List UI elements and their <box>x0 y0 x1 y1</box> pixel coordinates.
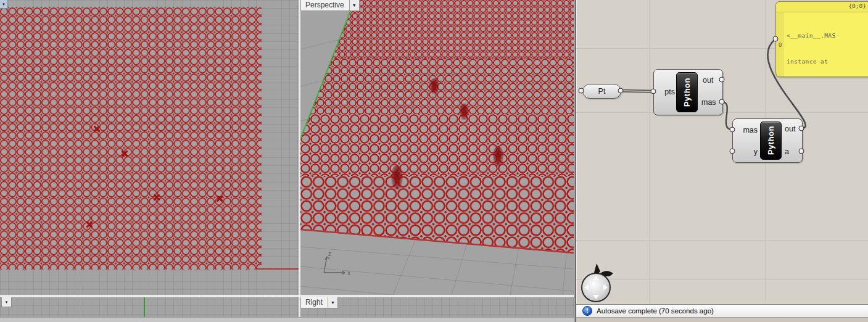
viewport-right-label[interactable]: Right <box>301 297 328 308</box>
panel-text: <__main__.MAS instance at 0x000000000000… <box>784 12 849 77</box>
point-marker <box>394 178 399 183</box>
panel-text-line: <__main__.MAS <box>787 31 847 40</box>
dropdown-arrow-icon[interactable]: ▼ <box>2 2 6 6</box>
param-input-grip[interactable] <box>579 88 584 94</box>
viewport-right-tab[interactable]: Right ▼ <box>300 297 338 308</box>
input-mas[interactable]: mas <box>737 126 758 134</box>
python-icon-block[interactable]: Python <box>676 72 698 112</box>
window-bottom-edge <box>576 317 868 322</box>
dropdown-arrow-icon[interactable]: ▼ <box>328 297 337 308</box>
viewport-perspective-label[interactable]: Perspective <box>301 0 349 10</box>
point-marker[interactable] <box>154 194 160 201</box>
panel-input-grip[interactable] <box>773 36 779 42</box>
canvas-compass-widget[interactable] <box>581 273 611 302</box>
gh-panel[interactable]: {0;0} 0 <__main__.MAS instance at 0x0000… <box>775 1 868 77</box>
panel-path-header: {0;0} <box>776 2 868 12</box>
viewport-perspective-tab[interactable]: Perspective ▼ <box>300 0 360 11</box>
point-cluster[interactable] <box>460 104 469 120</box>
component-output-grip[interactable] <box>799 126 804 131</box>
component-output-grip[interactable] <box>799 149 804 154</box>
point-marker <box>495 157 500 162</box>
wire-mas-to-mas <box>722 102 732 130</box>
param-output-grip[interactable] <box>618 88 624 94</box>
panel-row-index: 0 <box>776 12 784 77</box>
point-marker[interactable] <box>86 221 93 228</box>
output-out[interactable]: out <box>785 125 795 133</box>
x-axis-label: x <box>347 270 350 276</box>
component-input-grip[interactable] <box>651 89 656 94</box>
point-cluster[interactable] <box>429 78 439 94</box>
z-axis-label: z <box>328 250 331 257</box>
component-output-grip[interactable] <box>719 77 725 83</box>
panel-text-line: instance at <box>787 57 847 66</box>
component-output-grip[interactable] <box>719 99 725 105</box>
pt-param-label: Pt <box>598 87 606 96</box>
viewport-separator[interactable] <box>0 295 574 297</box>
pt-param[interactable]: Pt <box>582 84 621 99</box>
point-marker[interactable] <box>94 126 101 133</box>
gh-status-bar: ! Autosave complete (70 seconds ago) <box>576 304 868 317</box>
point-cluster[interactable] <box>391 165 403 190</box>
python-title: Python <box>766 126 775 155</box>
viewport-front-tab[interactable]: ▼ <box>1 297 12 307</box>
output-mas[interactable]: mas <box>701 98 716 107</box>
python-icon-block[interactable]: Python <box>760 122 782 160</box>
wire-pt-to-python1 <box>621 92 653 93</box>
window-bottom-edge <box>0 317 574 322</box>
output-a[interactable]: a <box>785 147 789 156</box>
point-marker <box>461 112 466 117</box>
point-marker <box>432 86 437 91</box>
viewport-separator[interactable] <box>299 0 300 322</box>
output-out[interactable]: out <box>703 76 713 85</box>
wire-pt-to-python1 <box>621 90 653 91</box>
point-cluster[interactable] <box>493 146 503 167</box>
python-component-2[interactable]: mas y Python out a <box>732 118 803 163</box>
python-title: Python <box>682 78 692 107</box>
point-markers-layer <box>0 0 299 295</box>
input-pts[interactable]: pts <box>658 88 675 96</box>
grasshopper-canvas[interactable]: Pt pts Python out mas mas y Python out a <box>575 0 868 322</box>
point-marker[interactable] <box>217 196 223 202</box>
autosave-icon: ! <box>582 306 592 316</box>
component-input-grip[interactable] <box>730 149 735 154</box>
rhino-grasshopper-window: ▼ <box>0 0 868 322</box>
point-marker[interactable] <box>122 151 128 157</box>
viewport-top[interactable]: ▼ <box>0 0 299 295</box>
dropdown-arrow-icon[interactable]: ▼ <box>349 0 359 10</box>
viewport-perspective[interactable]: z x Perspective ▼ <box>300 0 574 295</box>
component-input-grip[interactable] <box>730 127 735 133</box>
viewport-top-tab[interactable]: ▼ <box>0 0 8 9</box>
dropdown-arrow-icon[interactable]: ▼ <box>5 300 9 304</box>
python-component-1[interactable]: pts Python out mas <box>653 69 723 115</box>
input-y[interactable]: y <box>737 147 758 156</box>
cplane-axis-gizmo: z x <box>319 250 356 279</box>
status-message: Autosave complete (70 seconds ago) <box>597 307 714 315</box>
